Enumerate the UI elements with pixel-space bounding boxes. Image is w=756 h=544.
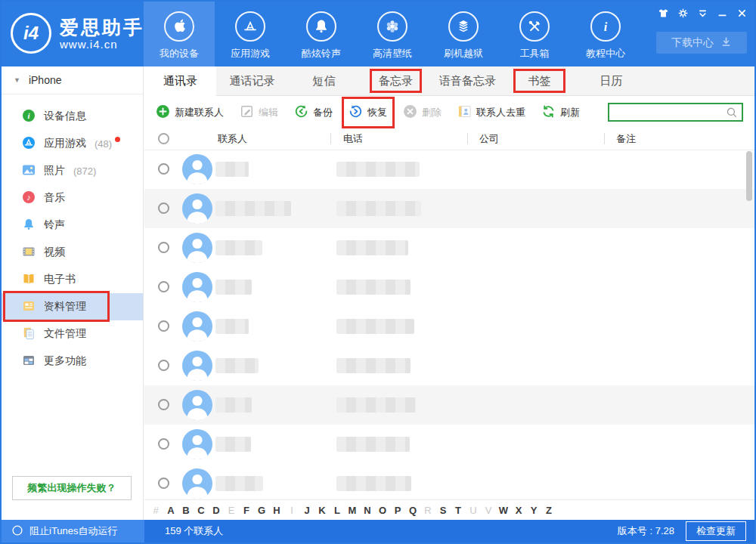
toolbar-dedupe-button[interactable]: 联系人去重	[457, 104, 525, 121]
index-letter-X[interactable]: X	[511, 505, 526, 516]
nav-item-appstore[interactable]: 应用游戏	[215, 2, 286, 66]
toolbar-refresh-button[interactable]: 刷新	[541, 104, 580, 121]
toolbar-backup-button[interactable]: 备份	[294, 104, 333, 121]
toolbar-add-button[interactable]: 新建联系人	[156, 104, 224, 121]
contact-row[interactable]	[144, 425, 754, 464]
index-letter-F[interactable]: F	[239, 505, 254, 516]
settings-button[interactable]	[673, 3, 692, 23]
index-letter-Z[interactable]: Z	[541, 505, 556, 516]
index-letter-B[interactable]: B	[178, 505, 194, 516]
scrollbar-thumb[interactable]	[746, 151, 752, 201]
sidebar-item-book[interactable]: 电子书	[2, 266, 143, 293]
tab-label: 短信	[313, 74, 336, 87]
contact-avatar-icon	[182, 390, 212, 420]
tab-5[interactable]: 书签	[503, 66, 575, 95]
row-select-radio[interactable]	[158, 242, 169, 253]
theme-button[interactable]	[653, 3, 673, 23]
index-letter-Y[interactable]: Y	[526, 505, 541, 516]
row-select-radio[interactable]	[158, 281, 169, 292]
tab-0[interactable]: 通讯录	[144, 66, 216, 95]
download-center-button[interactable]: 下载中心	[656, 32, 747, 54]
search-icon	[726, 107, 738, 119]
nav-item-tutorial[interactable]: i 教程中心	[570, 2, 641, 66]
index-letter-D[interactable]: D	[209, 505, 224, 516]
app-window: i4 爱思助手 www.i4.cn 我的设备 应用游戏 酷炫铃声 高清壁纸 刷机…	[0, 0, 756, 544]
sidebar-item-video[interactable]: 视频	[2, 239, 143, 266]
toolbar-restore-button[interactable]: 恢复	[349, 104, 387, 121]
contact-row[interactable]	[144, 267, 754, 307]
block-itunes-toggle[interactable]: 阻止iTunes自动运行	[2, 520, 144, 542]
appstore-icon	[235, 11, 265, 42]
index-letter-G[interactable]: G	[254, 505, 269, 516]
check-update-button[interactable]: 检查更新	[686, 521, 746, 541]
index-letter-C[interactable]: C	[194, 505, 209, 516]
contact-row[interactable]	[144, 307, 754, 346]
row-select-radio[interactable]	[158, 320, 169, 332]
row-select-radio[interactable]	[158, 360, 169, 371]
tab-3[interactable]: 备忘录	[360, 66, 432, 95]
index-letter-N[interactable]: N	[360, 505, 375, 516]
search-input[interactable]	[609, 107, 726, 118]
index-letter-H[interactable]: H	[269, 505, 284, 516]
sidebar-item-music[interactable]: ♪ 音乐	[2, 184, 143, 212]
index-letter-Q[interactable]: Q	[405, 505, 420, 516]
video-icon	[22, 245, 36, 261]
tab-4[interactable]: 语音备忘录	[432, 66, 503, 95]
sidebar-item-bell-blue[interactable]: 铃声	[2, 212, 143, 239]
sidebar-item-data[interactable]: 资料管理	[2, 293, 143, 320]
index-letter-P[interactable]: P	[390, 505, 405, 516]
row-select-radio[interactable]	[158, 399, 169, 410]
sidebar-item-label: 电子书	[44, 273, 76, 286]
nav-item-jailbreak[interactable]: 刷机越狱	[428, 2, 499, 66]
index-letter-A[interactable]: A	[163, 505, 178, 516]
index-letter-L[interactable]: L	[330, 505, 345, 516]
tab-1[interactable]: 通话记录	[216, 66, 288, 95]
sidebar-item-more[interactable]: 更多功能	[2, 348, 143, 375]
nav-item-wallpaper[interactable]: 高清壁纸	[357, 2, 428, 66]
index-letter-S[interactable]: S	[435, 505, 451, 516]
row-select-radio[interactable]	[158, 438, 169, 450]
table-header: 联系人 电话 公司 备注	[144, 128, 754, 150]
row-select-radio[interactable]	[158, 202, 169, 214]
toolbar-edit-button[interactable]: 编辑	[240, 104, 278, 121]
nav-item-apple[interactable]: 我的设备	[144, 2, 215, 66]
contact-row[interactable]	[144, 464, 754, 500]
toolbar-delete-button[interactable]: 删除	[403, 104, 442, 121]
contact-row[interactable]	[144, 385, 754, 425]
sidebar-item-label: 照片	[44, 164, 65, 178]
row-select-radio[interactable]	[158, 163, 169, 175]
masked-contact-name	[215, 201, 291, 216]
index-letter-M[interactable]: M	[345, 505, 360, 516]
operation-failed-help-button[interactable]: 频繁出现操作失败？	[12, 476, 132, 500]
row-select-radio[interactable]	[158, 478, 169, 489]
dedupe-icon	[457, 104, 472, 121]
contact-avatar-icon	[182, 193, 212, 224]
contact-row[interactable]	[144, 228, 754, 267]
sidebar-item-appstore-blue[interactable]: 应用游戏 (48)	[2, 130, 143, 157]
nav-item-bell[interactable]: 酷炫铃声	[286, 2, 357, 66]
minimize-button[interactable]	[712, 3, 732, 23]
index-letter-R: R	[420, 505, 435, 516]
close-button[interactable]	[732, 3, 751, 23]
contact-row[interactable]	[144, 189, 754, 228]
sidebar-item-info[interactable]: i 设备信息	[2, 103, 143, 130]
contact-row[interactable]	[144, 346, 754, 385]
index-letter-K[interactable]: K	[314, 505, 330, 516]
index-letter-J[interactable]: J	[299, 505, 314, 516]
window-controls	[653, 3, 751, 23]
index-letter-U: U	[466, 505, 481, 516]
select-all-radio[interactable]	[158, 133, 169, 144]
minimize-to-tray-button[interactable]	[692, 3, 712, 23]
tab-2[interactable]: 短信	[288, 66, 360, 95]
sidebar-item-file[interactable]: 文件管理	[2, 320, 143, 348]
index-letter-O[interactable]: O	[375, 505, 390, 516]
sidebar-item-photo[interactable]: 照片 (872)	[2, 157, 143, 184]
nav-item-toolbox[interactable]: 工具箱	[499, 2, 570, 66]
index-letter-T[interactable]: T	[451, 505, 466, 516]
device-selector[interactable]: ▼ iPhone	[2, 66, 143, 94]
column-header-phone: 电话	[343, 128, 363, 149]
toolbar-button-label: 备份	[313, 106, 333, 119]
tab-6[interactable]: 日历	[575, 66, 647, 95]
contact-row[interactable]	[144, 150, 754, 189]
index-letter-W[interactable]: W	[496, 505, 511, 516]
